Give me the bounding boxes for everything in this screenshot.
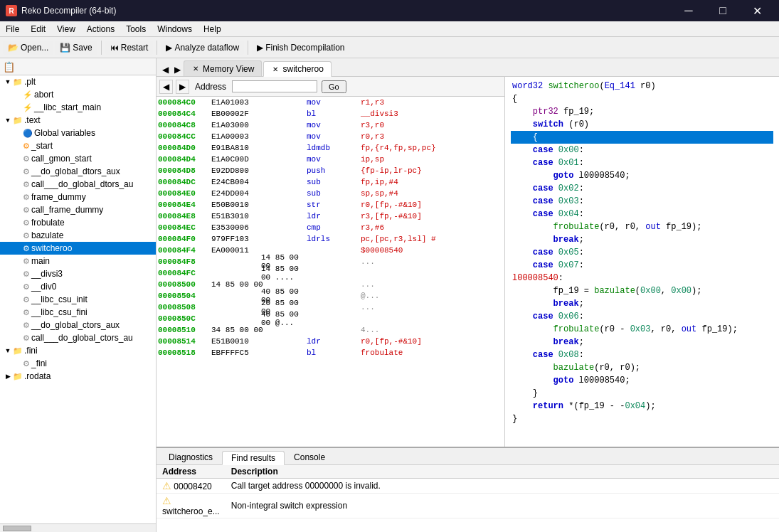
tree-section-rodata[interactable]: ▶ 📁 .rodata (0, 370, 156, 383)
tab-console[interactable]: Console (285, 450, 334, 464)
mem-row-84C0[interactable]: 000084C0 E1A01003 mov r1,r3 (157, 97, 504, 108)
tree-item-frame-dummy[interactable]: ⚙ frame_dummy (0, 191, 156, 203)
mem-row-8510[interactable]: 00008510 34 85 00 00 4... (157, 324, 504, 336)
mem-row-8518[interactable]: 00008518 EBFFFFC5 bl frobulate (157, 347, 504, 358)
tree-item-libc-start-main[interactable]: ⚡ __libc_start_main (0, 101, 156, 114)
tree-item-main[interactable]: ⚙ main (0, 255, 156, 267)
tree-item-global-variables[interactable]: 🔵 Global variables (0, 127, 156, 139)
tree-item-do-global-ctors-aux[interactable]: ⚙ __do_global_ctors_aux (0, 319, 156, 331)
tab-nav-forward[interactable]: ▶ (171, 63, 184, 76)
tree-item-div0[interactable]: ⚙ __div0 (0, 280, 156, 293)
tree-item-divsi3[interactable]: ⚙ __divsi3 (0, 267, 156, 280)
address-input[interactable] (232, 80, 317, 92)
call-dtors-label: call___do_global_dtors_au (31, 179, 133, 189)
tab-close-memory[interactable]: ✕ (191, 65, 200, 73)
rodata-expander[interactable]: ▶ (3, 373, 13, 380)
tree-section-plt[interactable]: ▼ 📁 .plt (0, 75, 156, 88)
tree-container[interactable]: ▼ 📁 .plt ⚡ abort ⚡ __libc_start_main ▼ � (0, 75, 156, 523)
divsi3-icon: ⚙ (23, 270, 30, 279)
tree-item-call-gmon-start[interactable]: ⚙ call_gmon_start (0, 152, 156, 165)
tree-section-fini[interactable]: ▼ 📁 .fini (0, 344, 156, 357)
menu-item-windows[interactable]: Windows (152, 23, 198, 36)
tree-item-frobulate[interactable]: ⚙ frobulate (0, 216, 156, 229)
restart-button[interactable]: ⏮ Restart (105, 41, 154, 55)
save-button[interactable]: 💾 Save (55, 41, 97, 55)
mem-nav-forward[interactable]: ▶ (176, 80, 189, 94)
tree-item-libc-csu-fini[interactable]: ⚙ __libc_csu_fini (0, 306, 156, 319)
tree-item-call-frame-dummy[interactable]: ⚙ call_frame_dummy (0, 203, 156, 216)
diag-row-2[interactable]: ⚠ switcheroo_e... Non-integral switch ex… (157, 494, 779, 518)
open-button[interactable]: 📂 Open... (3, 41, 53, 55)
tab-nav-back[interactable]: ◀ (159, 63, 171, 76)
app-icon: R (6, 5, 17, 16)
mem-row-8500[interactable]: 00008500 14 85 00 00 ... (157, 279, 504, 290)
diag-row1-extra (667, 479, 779, 494)
analyze-dataflow-button[interactable]: ▶ Analyze dataflow (161, 41, 244, 55)
abort-func-icon: ⚡ (23, 90, 33, 100)
tree-item-do-global-dtors-aux[interactable]: ⚙ __do_global_dtors_aux (0, 165, 156, 178)
tree-section-text[interactable]: ▼ 📁 .text (0, 114, 156, 127)
dc-line-frobulate1: frobulate(r0, r0, out fp_19); (511, 220, 773, 233)
mem-row-84F8[interactable]: 000084F8 14 85 00 00 ... (157, 256, 504, 267)
minimize-button[interactable]: ─ (672, 0, 705, 21)
tab-find-results[interactable]: Find results (222, 451, 285, 465)
tree-item-start[interactable]: ⚙ _start (0, 139, 156, 152)
dc-line-signature: word32 switcheroo(Eq_141 r0) (511, 80, 773, 92)
mem-row-84FC[interactable]: 000084FC 14 85 00 00 .... (157, 267, 504, 279)
tree-item-bazulate[interactable]: ⚙ bazulate (0, 229, 156, 242)
menu-item-file[interactable]: File (0, 23, 25, 36)
memory-content[interactable]: 000084C0 E1A01003 mov r1,r3 000084C4 EB0… (157, 97, 504, 447)
mem-row-84EC[interactable]: 000084EC E3530006 cmp r3,#6 (157, 222, 504, 233)
mem-row-84C8[interactable]: 000084C8 E1A03000 mov r3,r0 (157, 119, 504, 131)
close-button[interactable]: ✕ (741, 0, 773, 21)
tree-item-switcheroo[interactable]: ⚙ switcheroo (0, 242, 156, 255)
tree-item-abort[interactable]: ⚡ abort (0, 88, 156, 101)
frame-dummy-label: frame_dummy (31, 192, 86, 202)
tree-hscroll[interactable] (0, 523, 156, 532)
mem-row-8504[interactable]: 00008504 40 85 00 00 @... (157, 290, 504, 302)
tab-memory-view[interactable]: ✕ Memory View (184, 60, 262, 76)
mem-row-84F0[interactable]: 000084F0 979FF103 ldrls pc,[pc,r3,lsl] # (157, 233, 504, 245)
diag-row-1[interactable]: ⚠ 00008420 Call target address 00000000 … (157, 479, 779, 494)
bottom-content[interactable]: Address Description ⚠ 00008420 Call targ… (157, 465, 779, 532)
menu-item-tools[interactable]: Tools (120, 23, 152, 36)
tab-switcheroo[interactable]: ✕ switcheroo (263, 61, 331, 77)
call-ctors-label: call___do_global_ctors_au (31, 333, 133, 343)
fini-expander[interactable]: ▼ (3, 347, 13, 354)
menu-item-view[interactable]: View (51, 23, 81, 36)
dc-line-break3: break; (511, 336, 773, 349)
text-expander[interactable]: ▼ (3, 117, 13, 124)
tree-item-call-ctors-au[interactable]: ⚙ call___do_global_ctors_au (0, 331, 156, 344)
tree-item-libc-csu-init[interactable]: ⚙ __libc_csu_init (0, 293, 156, 306)
mem-row-850C[interactable]: 0000850C 40 85 00 00 @... (157, 313, 504, 324)
mem-row-84E8[interactable]: 000084E8 E51B3010 ldr r3,[fp,-#&10] (157, 211, 504, 222)
finish-decompilation-button[interactable]: ▶ Finish Decompilation (252, 41, 349, 55)
mem-row-84D8[interactable]: 000084D8 E92DD800 push {fp-ip,lr-pc} (157, 165, 504, 176)
mem-row-84E4[interactable]: 000084E4 E50B0010 str r0,[fp,-#&10] (157, 199, 504, 211)
tab-close-switcheroo[interactable]: ✕ (271, 65, 280, 73)
mem-row-8514[interactable]: 00008514 E51B0010 ldr r0,[fp,-#&10] (157, 336, 504, 347)
tree-item-call-dtors-au[interactable]: ⚙ call___do_global_dtors_au (0, 178, 156, 191)
decompiler-content[interactable]: word32 switcheroo(Eq_141 r0) { ptr32 fp_… (505, 77, 779, 447)
menu-item-help[interactable]: Help (198, 23, 227, 36)
mem-nav-back[interactable]: ◀ (159, 80, 173, 94)
mem-row-84CC[interactable]: 000084CC E1A00003 mov r0,r3 (157, 131, 504, 142)
tree-item-fini[interactable]: ⚙ _fini (0, 357, 156, 370)
mem-row-84D0[interactable]: 000084D0 E91BA810 ldmdb fp,{r4,fp,sp,pc} (157, 142, 504, 154)
plt-expander[interactable]: ▼ (3, 78, 13, 85)
menu-item-edit[interactable]: Edit (25, 23, 51, 36)
tab-diagnostics[interactable]: Diagnostics (159, 450, 222, 464)
menu-item-actions[interactable]: Actions (81, 23, 120, 36)
go-button[interactable]: Go (322, 80, 346, 93)
mem-row-8508[interactable]: 00008508 20 85 00 00 ... (157, 302, 504, 313)
maximize-button[interactable]: □ (706, 0, 739, 21)
div0-icon: ⚙ (23, 282, 30, 292)
mem-row-84DC[interactable]: 000084DC E24CB004 sub fp,ip,#4 (157, 176, 504, 188)
main-layout: 📋 ▼ 📁 .plt ⚡ abort ⚡ __libc_start_main (0, 58, 779, 532)
panel-icon: 📋 (3, 61, 15, 73)
mem-row-84E0[interactable]: 000084E0 E24DD004 sub sp,sp,#4 (157, 188, 504, 199)
csu-init-icon: ⚙ (23, 295, 30, 304)
mem-row-84C4[interactable]: 000084C4 EB00002F bl __divsi3 (157, 108, 504, 119)
mem-row-84D4[interactable]: 000084D4 E1A0C00D mov ip,sp (157, 154, 504, 165)
mem-row-84F4[interactable]: 000084F4 EA000011 $00008540 (157, 245, 504, 256)
